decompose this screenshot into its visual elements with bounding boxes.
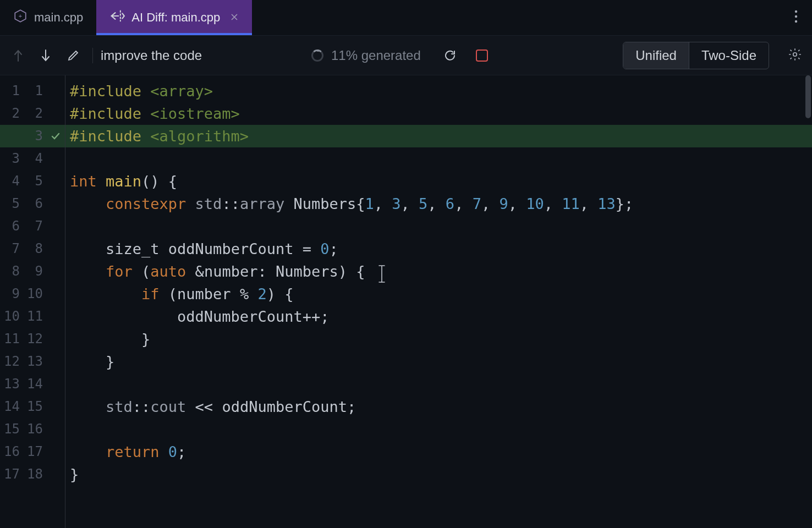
code-line[interactable]: std::cout << oddNumberCount; — [70, 395, 812, 418]
diff-toolbar: 11% generated Unified Two-Side — [0, 36, 812, 75]
new-line-number: 5 — [23, 170, 46, 193]
code-line[interactable]: } — [70, 328, 812, 350]
code-line[interactable] — [70, 418, 812, 441]
new-line-number: 4 — [23, 147, 46, 170]
old-line-number: 15 — [0, 418, 23, 441]
close-icon[interactable] — [230, 10, 239, 25]
new-line-number: 2 — [23, 102, 46, 125]
tab-ai-diff[interactable]: AI Diff: main.cpp — [96, 0, 252, 35]
added-check-icon — [46, 131, 65, 141]
old-line-number: 17 — [0, 463, 23, 486]
spinner-icon — [311, 50, 323, 62]
new-line-number: 8 — [23, 238, 46, 260]
old-line-number: . — [0, 125, 23, 147]
new-line-number: 18 — [23, 463, 46, 486]
code-line[interactable]: if (number % 2) { — [70, 283, 812, 305]
code-line[interactable]: } — [70, 463, 812, 486]
progress-text: 11% generated — [331, 48, 421, 63]
old-line-number: 11 — [0, 328, 23, 350]
line-number-gutter: 1122.33445566778899101011111212131314141… — [0, 75, 65, 528]
old-line-number: 1 — [0, 80, 23, 102]
editor-tabs: + main.cpp AI Diff: main.cpp — [0, 0, 812, 36]
code-line[interactable]: int main() { — [70, 170, 812, 193]
tab-label: AI Diff: main.cpp — [131, 10, 220, 25]
diff-editor[interactable]: 1122.33445566778899101011111212131314141… — [0, 75, 812, 528]
tab-main-cpp[interactable]: + main.cpp — [0, 0, 96, 35]
old-line-number: 9 — [0, 283, 23, 305]
old-line-number: 3 — [0, 147, 23, 170]
new-line-number: 1 — [23, 80, 46, 102]
new-line-number: 10 — [23, 283, 46, 305]
new-line-number: 13 — [23, 350, 46, 373]
svg-point-3 — [795, 20, 797, 23]
old-line-number: 7 — [0, 238, 23, 260]
old-line-number: 16 — [0, 441, 23, 463]
next-diff-icon[interactable] — [37, 49, 54, 62]
diff-view-toggle: Unified Two-Side — [623, 42, 769, 69]
svg-point-1 — [795, 10, 797, 13]
new-line-number: 17 — [23, 441, 46, 463]
code-line[interactable]: constexpr std::array Numbers{1, 3, 5, 6,… — [70, 193, 812, 215]
tab-label: main.cpp — [34, 10, 83, 25]
code-line[interactable]: #include <algorithm> — [65, 125, 812, 147]
code-line[interactable]: return 0; — [70, 441, 812, 463]
new-line-number: 14 — [23, 373, 46, 395]
new-line-number: 11 — [23, 305, 46, 328]
old-line-number: 2 — [0, 102, 23, 125]
code-area[interactable]: #include <array>#include <iostream>#incl… — [65, 75, 812, 528]
old-line-number: 13 — [0, 373, 23, 395]
old-line-number: 6 — [0, 215, 23, 238]
cpp-file-icon: + — [13, 9, 28, 26]
new-line-number: 9 — [23, 260, 46, 283]
two-side-view-button[interactable]: Two-Side — [689, 42, 769, 69]
svg-point-4 — [793, 52, 797, 56]
unified-view-button[interactable]: Unified — [623, 42, 689, 69]
stop-button[interactable] — [476, 50, 488, 62]
old-line-number: 4 — [0, 170, 23, 193]
tab-overflow-menu-icon[interactable] — [780, 9, 812, 26]
code-line[interactable] — [70, 215, 812, 238]
new-line-number: 6 — [23, 193, 46, 215]
vertical-scrollbar[interactable] — [804, 75, 812, 528]
new-line-number: 15 — [23, 395, 46, 418]
code-line[interactable]: size_t oddNumberCount = 0; — [70, 238, 812, 260]
ai-diff-icon — [109, 8, 125, 27]
prev-diff-icon — [10, 49, 26, 62]
new-line-number: 12 — [23, 328, 46, 350]
code-line[interactable]: #include <iostream> — [70, 102, 812, 125]
old-line-number: 5 — [0, 193, 23, 215]
code-line[interactable] — [70, 147, 812, 170]
scrollbar-thumb[interactable] — [805, 75, 811, 118]
code-line[interactable]: for (auto &number: Numbers) { — [70, 260, 812, 283]
refresh-icon[interactable] — [442, 49, 458, 62]
code-line[interactable]: } — [70, 350, 812, 373]
new-line-number: 16 — [23, 418, 46, 441]
code-line[interactable] — [70, 373, 812, 395]
svg-text:+: + — [19, 13, 22, 19]
old-line-number: 10 — [0, 305, 23, 328]
old-line-number: 8 — [0, 260, 23, 283]
new-line-number: 3 — [23, 125, 46, 147]
generation-progress: 11% generated — [311, 48, 421, 63]
ai-prompt-input[interactable] — [92, 48, 279, 63]
code-line[interactable]: oddNumberCount++; — [70, 305, 812, 328]
svg-point-2 — [795, 15, 797, 18]
old-line-number: 14 — [0, 395, 23, 418]
settings-icon[interactable] — [788, 47, 802, 64]
code-line[interactable]: #include <array> — [70, 80, 812, 102]
new-line-number: 7 — [23, 215, 46, 238]
edit-icon[interactable] — [65, 49, 81, 62]
old-line-number: 12 — [0, 350, 23, 373]
